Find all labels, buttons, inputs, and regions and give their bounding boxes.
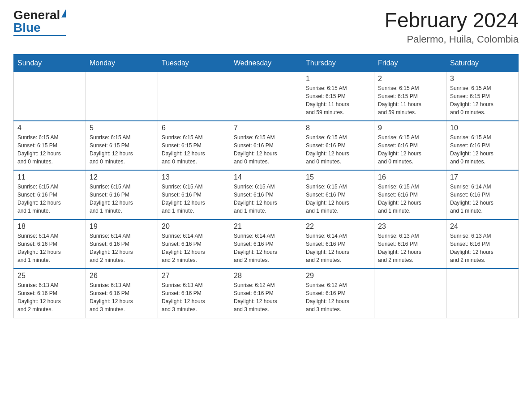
day-number: 6	[162, 124, 226, 132]
day-number: 7	[234, 124, 298, 132]
header-wednesday: Wednesday	[230, 54, 302, 72]
header-saturday: Saturday	[446, 54, 519, 72]
day-number: 13	[162, 173, 226, 181]
day-info: Sunrise: 6:15 AMSunset: 6:16 PMDaylight:…	[306, 133, 370, 166]
table-row	[158, 72, 230, 121]
table-row: 22Sunrise: 6:14 AMSunset: 6:16 PMDayligh…	[302, 219, 374, 269]
day-info: Sunrise: 6:15 AMSunset: 6:16 PMDaylight:…	[450, 133, 515, 166]
day-info: Sunrise: 6:13 AMSunset: 6:16 PMDaylight:…	[90, 281, 154, 313]
day-info: Sunrise: 6:15 AMSunset: 6:16 PMDaylight:…	[306, 183, 370, 215]
table-row: 24Sunrise: 6:13 AMSunset: 6:16 PMDayligh…	[446, 219, 519, 269]
day-info: Sunrise: 6:14 AMSunset: 6:16 PMDaylight:…	[450, 183, 515, 215]
table-row: 18Sunrise: 6:14 AMSunset: 6:16 PMDayligh…	[14, 219, 86, 269]
weekday-header-row: Sunday Monday Tuesday Wednesday Thursday…	[14, 54, 519, 72]
table-row	[446, 269, 519, 318]
table-row: 14Sunrise: 6:15 AMSunset: 6:16 PMDayligh…	[230, 170, 302, 219]
table-row: 26Sunrise: 6:13 AMSunset: 6:16 PMDayligh…	[86, 269, 158, 318]
day-info: Sunrise: 6:14 AMSunset: 6:16 PMDaylight:…	[17, 232, 82, 264]
table-row: 9Sunrise: 6:15 AMSunset: 6:16 PMDaylight…	[374, 121, 446, 170]
day-info: Sunrise: 6:15 AMSunset: 6:15 PMDaylight:…	[162, 133, 226, 166]
header-sunday: Sunday	[14, 54, 86, 72]
table-row: 8Sunrise: 6:15 AMSunset: 6:16 PMDaylight…	[302, 121, 374, 170]
day-number: 12	[90, 173, 154, 181]
day-number: 14	[234, 173, 298, 181]
header-thursday: Thursday	[302, 54, 374, 72]
table-row	[230, 72, 302, 121]
day-info: Sunrise: 6:15 AMSunset: 6:16 PMDaylight:…	[162, 183, 226, 215]
day-number: 1	[306, 75, 370, 83]
table-row: 5Sunrise: 6:15 AMSunset: 6:15 PMDaylight…	[86, 121, 158, 170]
header-monday: Monday	[86, 54, 158, 72]
table-row: 6Sunrise: 6:15 AMSunset: 6:15 PMDaylight…	[158, 121, 230, 170]
logo-blue-text: Blue	[13, 21, 41, 34]
table-row: 19Sunrise: 6:14 AMSunset: 6:16 PMDayligh…	[86, 219, 158, 269]
day-number: 29	[306, 272, 370, 280]
table-row	[374, 269, 446, 318]
calendar-week-row: 25Sunrise: 6:13 AMSunset: 6:16 PMDayligh…	[14, 269, 519, 318]
day-number: 19	[90, 223, 154, 231]
header-tuesday: Tuesday	[158, 54, 230, 72]
day-number: 8	[306, 124, 370, 132]
table-row: 10Sunrise: 6:15 AMSunset: 6:16 PMDayligh…	[446, 121, 519, 170]
logo: General Blue	[13, 9, 66, 36]
day-number: 11	[17, 173, 82, 181]
day-info: Sunrise: 6:12 AMSunset: 6:16 PMDaylight:…	[234, 281, 298, 313]
day-info: Sunrise: 6:15 AMSunset: 6:16 PMDaylight:…	[234, 183, 298, 215]
day-info: Sunrise: 6:14 AMSunset: 6:16 PMDaylight:…	[162, 232, 226, 264]
page-header: General Blue February 2024 Palermo, Huil…	[13, 9, 519, 45]
logo-underline	[13, 35, 66, 36]
day-number: 20	[162, 223, 226, 231]
calendar-week-row: 11Sunrise: 6:15 AMSunset: 6:16 PMDayligh…	[14, 170, 519, 219]
day-info: Sunrise: 6:14 AMSunset: 6:16 PMDaylight:…	[90, 232, 154, 264]
table-row: 4Sunrise: 6:15 AMSunset: 6:15 PMDaylight…	[14, 121, 86, 170]
day-info: Sunrise: 6:15 AMSunset: 6:15 PMDaylight:…	[306, 84, 370, 116]
logo-general-text: General	[13, 9, 60, 21]
month-title: February 2024	[385, 9, 519, 32]
day-info: Sunrise: 6:15 AMSunset: 6:15 PMDaylight:…	[17, 133, 82, 166]
table-row: 11Sunrise: 6:15 AMSunset: 6:16 PMDayligh…	[14, 170, 86, 219]
day-info: Sunrise: 6:13 AMSunset: 6:16 PMDaylight:…	[162, 281, 226, 313]
table-row: 3Sunrise: 6:15 AMSunset: 6:15 PMDaylight…	[446, 72, 519, 121]
table-row	[86, 72, 158, 121]
table-row	[14, 72, 86, 121]
table-row: 15Sunrise: 6:15 AMSunset: 6:16 PMDayligh…	[302, 170, 374, 219]
day-number: 3	[450, 75, 515, 83]
day-number: 5	[90, 124, 154, 132]
day-info: Sunrise: 6:15 AMSunset: 6:16 PMDaylight:…	[378, 133, 442, 166]
day-info: Sunrise: 6:13 AMSunset: 6:16 PMDaylight:…	[17, 281, 82, 313]
day-number: 28	[234, 272, 298, 280]
day-number: 24	[450, 223, 515, 231]
day-number: 15	[306, 173, 370, 181]
day-number: 21	[234, 223, 298, 231]
day-number: 4	[17, 124, 82, 132]
table-row: 21Sunrise: 6:14 AMSunset: 6:16 PMDayligh…	[230, 219, 302, 269]
table-row: 28Sunrise: 6:12 AMSunset: 6:16 PMDayligh…	[230, 269, 302, 318]
table-row: 29Sunrise: 6:12 AMSunset: 6:16 PMDayligh…	[302, 269, 374, 318]
table-row: 25Sunrise: 6:13 AMSunset: 6:16 PMDayligh…	[14, 269, 86, 318]
day-number: 23	[378, 223, 442, 231]
day-number: 22	[306, 223, 370, 231]
day-info: Sunrise: 6:15 AMSunset: 6:15 PMDaylight:…	[450, 84, 515, 116]
table-row: 16Sunrise: 6:15 AMSunset: 6:16 PMDayligh…	[374, 170, 446, 219]
day-info: Sunrise: 6:13 AMSunset: 6:16 PMDaylight:…	[450, 232, 515, 264]
table-row: 13Sunrise: 6:15 AMSunset: 6:16 PMDayligh…	[158, 170, 230, 219]
header-friday: Friday	[374, 54, 446, 72]
day-info: Sunrise: 6:15 AMSunset: 6:16 PMDaylight:…	[90, 183, 154, 215]
day-info: Sunrise: 6:15 AMSunset: 6:16 PMDaylight:…	[378, 183, 442, 215]
day-number: 27	[162, 272, 226, 280]
day-number: 17	[450, 173, 515, 181]
table-row: 12Sunrise: 6:15 AMSunset: 6:16 PMDayligh…	[86, 170, 158, 219]
day-number: 25	[17, 272, 82, 280]
calendar-week-row: 1Sunrise: 6:15 AMSunset: 6:15 PMDaylight…	[14, 72, 519, 121]
day-number: 2	[378, 75, 442, 83]
day-info: Sunrise: 6:12 AMSunset: 6:16 PMDaylight:…	[306, 281, 370, 313]
logo-triangle-icon	[61, 9, 66, 17]
calendar-table: Sunday Monday Tuesday Wednesday Thursday…	[13, 54, 519, 318]
table-row: 17Sunrise: 6:14 AMSunset: 6:16 PMDayligh…	[446, 170, 519, 219]
day-number: 10	[450, 124, 515, 132]
day-info: Sunrise: 6:15 AMSunset: 6:16 PMDaylight:…	[17, 183, 82, 215]
day-number: 9	[378, 124, 442, 132]
table-row: 23Sunrise: 6:13 AMSunset: 6:16 PMDayligh…	[374, 219, 446, 269]
day-info: Sunrise: 6:15 AMSunset: 6:16 PMDaylight:…	[234, 133, 298, 166]
day-info: Sunrise: 6:15 AMSunset: 6:15 PMDaylight:…	[378, 84, 442, 116]
